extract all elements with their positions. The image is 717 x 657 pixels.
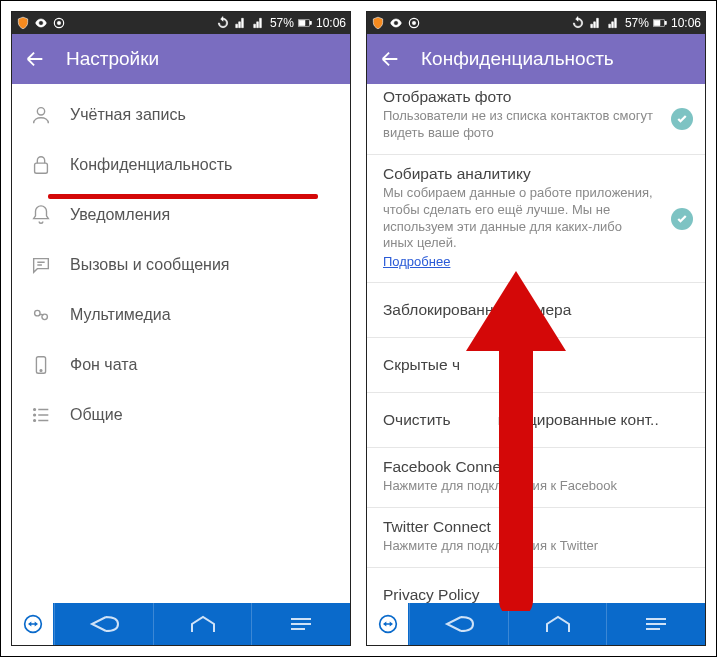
teamviewer-button[interactable] [12,603,54,645]
clock: 10:06 [316,16,346,30]
eye-icon [34,16,48,30]
svg-rect-3 [299,20,305,25]
sync-icon [571,16,585,30]
user-icon [30,104,52,126]
nav-back-button[interactable] [410,603,508,645]
privacy-item-blocked-numbers[interactable]: Заблокированные номера [367,283,705,338]
nav-back-button[interactable] [55,603,153,645]
nav-home-button[interactable] [509,603,607,645]
item-title: Отображать фото [383,88,689,106]
svg-rect-18 [654,20,660,25]
chat-icon [30,254,52,276]
settings-item-media[interactable]: Мультимедиа [12,290,350,340]
item-subtitle: Мы собираем данные о работе приложения, … [383,185,689,253]
settings-item-label: Общие [70,406,123,424]
battery-percent: 57% [625,16,649,30]
item-title: Facebook Connect [383,458,689,476]
signal-icon [252,16,266,30]
settings-item-label: Мультимедиа [70,306,171,324]
settings-item-label: Уведомления [70,206,170,224]
item-subtitle: Нажмите для подключения к Facebook [383,478,689,495]
privacy-item-privacy-policy[interactable]: Privacy Policy [367,568,705,603]
page-title: Конфиденциальность [421,48,614,70]
eye-icon [389,16,403,30]
svg-point-16 [412,21,416,25]
page-title: Настройки [66,48,159,70]
battery-icon [298,16,312,30]
svg-point-10 [40,370,42,372]
item-title: Twitter Connect [383,518,689,536]
privacy-item-hidden-chats[interactable]: Скрытые ч [367,338,705,393]
app-bar: Конфиденциальность [367,34,705,84]
nav-home-button[interactable] [154,603,252,645]
link-more[interactable]: Подробнее [383,254,450,269]
settings-item-calls[interactable]: Вызовы и сообщения [12,240,350,290]
lock-icon [30,154,52,176]
svg-point-1 [57,21,61,25]
item-title: Заблокированные номера [383,301,689,319]
toggle-on[interactable] [671,108,693,130]
svg-point-13 [34,420,36,422]
nav-bar [367,603,705,645]
settings-item-general[interactable]: Общие [12,390,350,440]
privacy-item-clear-trusted[interactable]: Очистить ифицированные конт.. [367,393,705,448]
clock: 10:06 [671,16,701,30]
status-bar: 57% 10:06 [12,12,350,34]
svg-rect-19 [665,21,667,24]
phone-right: 57% 10:06 Конфиденциальность Отображать … [366,11,706,646]
settings-item-label: Вызовы и сообщения [70,256,230,274]
svg-rect-6 [35,163,48,173]
privacy-item-show-photo[interactable]: Отображать фото Пользователи не из списк… [367,84,705,155]
sync-icon [216,16,230,30]
nav-recent-button[interactable] [607,603,705,645]
svg-point-12 [34,414,36,416]
signal-icon [234,16,248,30]
svg-point-5 [37,108,44,115]
toggle-on[interactable] [671,208,693,230]
privacy-list: Отображать фото Пользователи не из списк… [367,84,705,603]
svg-rect-4 [310,21,312,24]
settings-item-label: Фон чата [70,356,137,374]
item-title: Собирать аналитику [383,165,689,183]
nav-recent-button[interactable] [252,603,350,645]
settings-item-label: Конфиденциальность [70,156,232,174]
list-icon [30,404,52,426]
item-title: Скрытые ч [383,356,689,374]
annotation-underline [48,194,318,199]
teamviewer-button[interactable] [367,603,409,645]
battery-icon [653,16,667,30]
battery-percent: 57% [270,16,294,30]
media-icon [30,304,52,326]
status-bar: 57% 10:06 [367,12,705,34]
back-icon[interactable] [379,48,401,70]
signal-icon [589,16,603,30]
privacy-item-twitter[interactable]: Twitter Connect Нажмите для подключения … [367,508,705,568]
phone-icon [30,354,52,376]
back-icon[interactable] [24,48,46,70]
item-subtitle: Нажмите для подключения к Twitter [383,538,689,555]
circle-icon [52,16,66,30]
shield-icon [371,16,385,30]
svg-point-11 [34,409,36,411]
app-bar: Настройки [12,34,350,84]
settings-list: Учётная запись Конфиденциальность Уведом… [12,84,350,440]
circle-icon [407,16,421,30]
settings-item-account[interactable]: Учётная запись [12,90,350,140]
settings-item-privacy[interactable]: Конфиденциальность [12,140,350,190]
privacy-item-analytics[interactable]: Собирать аналитику Мы собираем данные о … [367,155,705,284]
settings-item-background[interactable]: Фон чата [12,340,350,390]
nav-bar [12,603,350,645]
phone-left: 57% 10:06 Настройки Учётная запись Конфи… [11,11,351,646]
item-title: Privacy Policy [383,586,689,603]
privacy-item-facebook[interactable]: Facebook Connect Нажмите для подключения… [367,448,705,508]
item-subtitle: Пользователи не из списка контактов смог… [383,108,689,142]
settings-item-label: Учётная запись [70,106,186,124]
item-title: Очистить ифицированные конт.. [383,411,689,429]
shield-icon [16,16,30,30]
bell-icon [30,204,52,226]
signal-icon [607,16,621,30]
